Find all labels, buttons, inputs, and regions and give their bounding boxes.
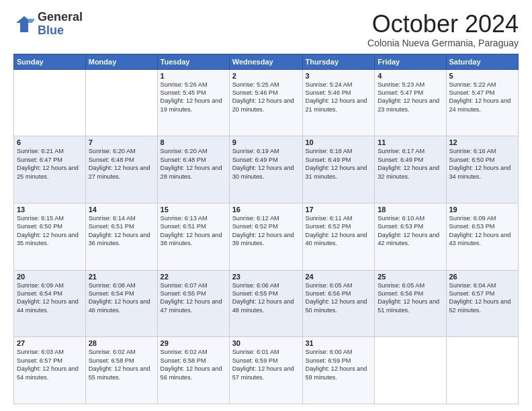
day-number: 6	[17, 138, 83, 146]
day-info: Sunrise: 6:15 AM Sunset: 6:50 PM Dayligh…	[17, 214, 83, 248]
day-number: 27	[17, 339, 83, 347]
calendar-cell: 23Sunrise: 6:06 AM Sunset: 6:55 PM Dayli…	[229, 270, 302, 337]
logo-blue: Blue	[38, 24, 64, 37]
calendar-cell: 14Sunrise: 6:14 AM Sunset: 6:51 PM Dayli…	[85, 203, 157, 270]
header: General Blue October 2024 Colonia Nueva …	[13, 11, 519, 48]
logo-general: General	[38, 10, 83, 24]
calendar-cell: 28Sunrise: 6:02 AM Sunset: 6:58 PM Dayli…	[85, 337, 157, 404]
calendar-cell	[375, 337, 446, 404]
calendar-cell	[446, 337, 519, 404]
col-monday: Monday	[85, 54, 157, 69]
col-sunday: Sunday	[14, 54, 86, 69]
day-info: Sunrise: 6:20 AM Sunset: 6:48 PM Dayligh…	[161, 147, 226, 181]
day-number: 23	[232, 273, 300, 281]
calendar-cell: 12Sunrise: 6:16 AM Sunset: 6:50 PM Dayli…	[446, 136, 519, 203]
day-number: 12	[449, 138, 516, 146]
day-info: Sunrise: 6:19 AM Sunset: 6:49 PM Dayligh…	[232, 147, 300, 181]
day-number: 8	[161, 138, 226, 146]
day-info: Sunrise: 5:26 AM Sunset: 5:45 PM Dayligh…	[161, 81, 226, 114]
day-info: Sunrise: 6:16 AM Sunset: 6:50 PM Dayligh…	[449, 147, 516, 181]
calendar-cell: 18Sunrise: 6:10 AM Sunset: 6:53 PM Dayli…	[375, 203, 446, 270]
day-info: Sunrise: 6:06 AM Sunset: 6:55 PM Dayligh…	[232, 281, 300, 315]
day-info: Sunrise: 6:10 AM Sunset: 6:53 PM Dayligh…	[378, 214, 443, 248]
logo: General Blue	[13, 11, 83, 38]
day-info: Sunrise: 6:20 AM Sunset: 6:48 PM Dayligh…	[89, 147, 154, 181]
day-number: 10	[306, 138, 372, 146]
day-info: Sunrise: 6:07 AM Sunset: 6:55 PM Dayligh…	[161, 281, 226, 315]
day-info: Sunrise: 6:02 AM Sunset: 6:58 PM Dayligh…	[161, 348, 226, 381]
weekday-row: Sunday Monday Tuesday Wednesday Thursday…	[14, 54, 519, 69]
calendar-body: 1Sunrise: 5:26 AM Sunset: 5:45 PM Daylig…	[14, 69, 519, 404]
calendar-week-2: 13Sunrise: 6:15 AM Sunset: 6:50 PM Dayli…	[14, 203, 519, 270]
day-number: 4	[378, 72, 443, 80]
calendar-cell: 3Sunrise: 5:24 AM Sunset: 5:46 PM Daylig…	[302, 69, 375, 136]
calendar-week-3: 20Sunrise: 6:09 AM Sunset: 6:54 PM Dayli…	[14, 270, 519, 337]
day-number: 29	[161, 339, 226, 347]
day-number: 24	[306, 273, 372, 281]
day-number: 1	[161, 72, 226, 80]
day-number: 16	[232, 205, 300, 214]
calendar-cell: 20Sunrise: 6:09 AM Sunset: 6:54 PM Dayli…	[14, 270, 86, 337]
day-info: Sunrise: 6:05 AM Sunset: 6:56 PM Dayligh…	[378, 281, 443, 315]
day-info: Sunrise: 5:25 AM Sunset: 5:46 PM Dayligh…	[232, 81, 300, 114]
calendar-cell: 27Sunrise: 6:03 AM Sunset: 6:57 PM Dayli…	[14, 337, 86, 404]
calendar-table: Sunday Monday Tuesday Wednesday Thursday…	[13, 54, 519, 404]
day-number: 7	[89, 138, 154, 146]
calendar-cell: 25Sunrise: 6:05 AM Sunset: 6:56 PM Dayli…	[375, 270, 446, 337]
day-info: Sunrise: 6:09 AM Sunset: 6:54 PM Dayligh…	[17, 281, 83, 315]
day-number: 14	[89, 205, 154, 214]
title-block: October 2024 Colonia Nueva Germania, Par…	[367, 11, 519, 48]
day-info: Sunrise: 6:17 AM Sunset: 6:49 PM Dayligh…	[378, 147, 443, 181]
col-wednesday: Wednesday	[229, 54, 302, 69]
day-info: Sunrise: 6:02 AM Sunset: 6:58 PM Dayligh…	[89, 348, 154, 381]
day-number: 13	[17, 205, 83, 214]
col-saturday: Saturday	[446, 54, 519, 69]
calendar-cell: 1Sunrise: 5:26 AM Sunset: 5:45 PM Daylig…	[157, 69, 229, 136]
col-friday: Friday	[375, 54, 446, 69]
day-number: 28	[89, 339, 154, 347]
logo-text: General Blue	[38, 11, 83, 38]
calendar-cell: 9Sunrise: 6:19 AM Sunset: 6:49 PM Daylig…	[229, 136, 302, 203]
day-info: Sunrise: 5:23 AM Sunset: 5:47 PM Dayligh…	[378, 81, 443, 114]
svg-marker-0	[16, 16, 32, 32]
calendar-cell: 7Sunrise: 6:20 AM Sunset: 6:48 PM Daylig…	[85, 136, 157, 203]
calendar-week-0: 1Sunrise: 5:26 AM Sunset: 5:45 PM Daylig…	[14, 69, 519, 136]
calendar-cell: 24Sunrise: 6:05 AM Sunset: 6:56 PM Dayli…	[302, 270, 375, 337]
calendar-cell: 21Sunrise: 6:08 AM Sunset: 6:54 PM Dayli…	[85, 270, 157, 337]
calendar-cell: 4Sunrise: 5:23 AM Sunset: 5:47 PM Daylig…	[375, 69, 446, 136]
day-number: 15	[161, 205, 226, 214]
day-info: Sunrise: 6:18 AM Sunset: 6:49 PM Dayligh…	[306, 147, 372, 181]
calendar-cell	[85, 69, 157, 136]
day-info: Sunrise: 6:14 AM Sunset: 6:51 PM Dayligh…	[89, 214, 154, 248]
month-title: October 2024	[367, 11, 519, 38]
calendar-header: Sunday Monday Tuesday Wednesday Thursday…	[14, 54, 519, 69]
location-subtitle: Colonia Nueva Germania, Paraguay	[367, 38, 519, 48]
day-info: Sunrise: 6:00 AM Sunset: 6:59 PM Dayligh…	[306, 348, 372, 381]
day-number: 18	[378, 205, 443, 214]
col-thursday: Thursday	[302, 54, 375, 69]
day-number: 30	[232, 339, 300, 347]
calendar-cell: 29Sunrise: 6:02 AM Sunset: 6:58 PM Dayli…	[157, 337, 229, 404]
calendar-cell: 26Sunrise: 6:04 AM Sunset: 6:57 PM Dayli…	[446, 270, 519, 337]
calendar-cell: 31Sunrise: 6:00 AM Sunset: 6:59 PM Dayli…	[302, 337, 375, 404]
day-info: Sunrise: 6:05 AM Sunset: 6:56 PM Dayligh…	[306, 281, 372, 315]
calendar-cell: 17Sunrise: 6:11 AM Sunset: 6:52 PM Dayli…	[302, 203, 375, 270]
day-number: 21	[89, 273, 154, 281]
day-info: Sunrise: 6:01 AM Sunset: 6:59 PM Dayligh…	[232, 348, 300, 381]
calendar-cell: 15Sunrise: 6:13 AM Sunset: 6:51 PM Dayli…	[157, 203, 229, 270]
day-number: 17	[306, 205, 372, 214]
calendar-cell: 16Sunrise: 6:12 AM Sunset: 6:52 PM Dayli…	[229, 203, 302, 270]
calendar-cell: 8Sunrise: 6:20 AM Sunset: 6:48 PM Daylig…	[157, 136, 229, 203]
day-number: 3	[306, 72, 372, 80]
svg-marker-1	[28, 19, 35, 23]
day-number: 31	[306, 339, 372, 347]
day-number: 9	[232, 138, 300, 146]
day-info: Sunrise: 6:03 AM Sunset: 6:57 PM Dayligh…	[17, 348, 83, 381]
day-info: Sunrise: 6:21 AM Sunset: 6:47 PM Dayligh…	[17, 147, 83, 181]
day-number: 5	[449, 72, 516, 80]
calendar-cell: 13Sunrise: 6:15 AM Sunset: 6:50 PM Dayli…	[14, 203, 86, 270]
day-info: Sunrise: 5:22 AM Sunset: 5:47 PM Dayligh…	[449, 81, 516, 114]
calendar-cell: 11Sunrise: 6:17 AM Sunset: 6:49 PM Dayli…	[375, 136, 446, 203]
page: General Blue October 2024 Colonia Nueva …	[0, 0, 532, 411]
day-number: 19	[449, 205, 516, 214]
